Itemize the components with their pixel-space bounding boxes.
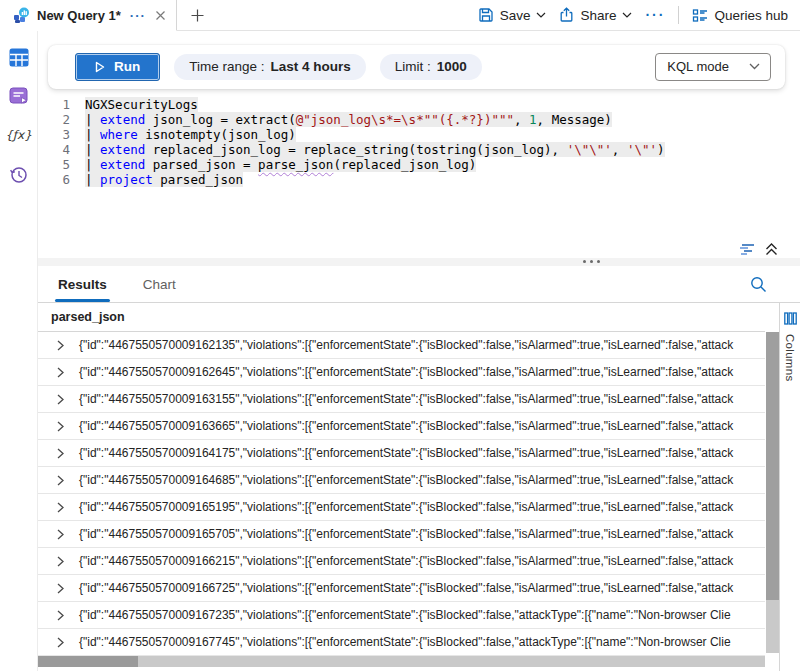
chevron-down-icon	[622, 12, 632, 18]
more-options-button[interactable]: ···	[645, 7, 665, 23]
row-json-text: {"id":"4467550570009165705","violations"…	[79, 527, 733, 541]
expand-chevron-icon[interactable]	[57, 448, 64, 459]
connections-table-icon[interactable]	[8, 46, 30, 68]
line-number: 6	[38, 172, 70, 187]
row-json-text: {"id":"4467550570009164685","violations"…	[79, 473, 733, 487]
tab-close-icon[interactable]	[155, 10, 166, 21]
tab-bar-actions: Save Share ···	[478, 0, 800, 30]
search-icon[interactable]	[750, 276, 767, 293]
expand-chevron-icon[interactable]	[57, 367, 64, 378]
row-json-text: {"id":"4467550570009162135","violations"…	[79, 338, 733, 352]
code-line: | extend parsed_json = parse_json(replac…	[85, 157, 790, 172]
expand-chevron-icon[interactable]	[57, 421, 64, 432]
table-row[interactable]: {"id":"4467550570009163665","violations"…	[38, 413, 765, 440]
line-number: 3	[38, 127, 70, 142]
row-json-text: {"id":"4467550570009167745","violations"…	[79, 635, 731, 649]
code-line: NGXSecurityLogs	[85, 97, 790, 112]
row-json-text: {"id":"4467550570009166215","violations"…	[79, 554, 733, 568]
row-json-text: {"id":"4467550570009164175","violations"…	[79, 446, 733, 460]
new-tab-button[interactable]	[177, 0, 218, 30]
columns-icon	[784, 312, 797, 325]
collapse-editor-icon[interactable]	[765, 242, 778, 256]
limit-pill[interactable]: Limit : 1000	[380, 54, 482, 80]
expand-chevron-icon[interactable]	[57, 394, 64, 405]
run-label: Run	[114, 59, 140, 74]
share-icon	[559, 7, 574, 23]
row-json-text: {"id":"4467550570009167235","violations"…	[79, 608, 731, 622]
table-row[interactable]: {"id":"4467550570009165705","violations"…	[38, 521, 765, 548]
vertical-scroll-thumb[interactable]	[766, 332, 779, 600]
results-horizontal-scrollbar[interactable]	[38, 656, 765, 667]
editor-gutter: 123456	[38, 97, 70, 187]
code-line: | extend replaced_json_log = replace_str…	[85, 142, 790, 157]
table-row[interactable]: {"id":"4467550570009164685","violations"…	[38, 467, 765, 494]
azure-data-explorer-window: New Query 1* ··· Save	[0, 0, 800, 671]
query-tab-bar: New Query 1* ··· Save	[0, 0, 800, 31]
splitter-handle-icon[interactable]	[583, 260, 600, 263]
line-number: 2	[38, 112, 70, 127]
editor-actions	[739, 242, 778, 256]
table-row[interactable]: {"id":"4467550570009164175","violations"…	[38, 440, 765, 467]
run-button[interactable]: Run	[75, 53, 160, 81]
table-row[interactable]: {"id":"4467550570009167745","violations"…	[38, 629, 765, 656]
columns-panel-toggle[interactable]: Columns	[779, 303, 800, 671]
expand-chevron-icon[interactable]	[57, 502, 64, 513]
time-range-value: Last 4 hours	[271, 59, 351, 74]
queries-hub-icon	[692, 8, 708, 23]
row-json-text: {"id":"4467550570009163155","violations"…	[79, 392, 733, 406]
query-summary-icon[interactable]	[739, 243, 756, 256]
panel-splitter[interactable]	[38, 258, 800, 266]
table-row[interactable]: {"id":"4467550570009166215","violations"…	[38, 548, 765, 575]
queries-hub-label: Queries hub	[714, 8, 788, 23]
time-range-label: Time range :	[189, 59, 264, 74]
adx-query-icon	[13, 7, 30, 24]
row-json-text: {"id":"4467550570009166725","violations"…	[79, 581, 733, 595]
code-line: | extend json_log = extract(@"json_log\s…	[85, 112, 790, 127]
queries-hub-button[interactable]: Queries hub	[692, 8, 788, 23]
line-number: 5	[38, 157, 70, 172]
expand-chevron-icon[interactable]	[57, 340, 64, 351]
query-editor[interactable]: 123456 NGXSecurityLogs| extend json_log …	[38, 97, 790, 242]
expand-chevron-icon[interactable]	[57, 529, 64, 540]
row-json-text: {"id":"4467550570009162645","violations"…	[79, 365, 733, 379]
query-document-icon[interactable]	[8, 85, 30, 107]
row-json-text: {"id":"4467550570009163665","violations"…	[79, 419, 733, 433]
code-line: | where isnotempty(json_log)	[85, 127, 790, 142]
history-icon[interactable]	[8, 163, 30, 185]
code-line: | project parsed_json	[85, 172, 790, 187]
limit-value: 1000	[437, 59, 467, 74]
table-row[interactable]: {"id":"4467550570009162645","violations"…	[38, 359, 765, 386]
tab-title: New Query 1*	[37, 8, 121, 23]
save-button[interactable]: Save	[478, 7, 547, 23]
table-row[interactable]: {"id":"4467550570009166725","violations"…	[38, 575, 765, 602]
horizontal-scroll-thumb[interactable]	[38, 656, 138, 667]
expand-chevron-icon[interactable]	[57, 556, 64, 567]
functions-icon[interactable]: {ƒx}	[8, 124, 30, 146]
limit-label: Limit :	[395, 59, 431, 74]
column-header-parsed-json[interactable]: parsed_json	[38, 303, 765, 332]
line-number: 4	[38, 142, 70, 157]
editor-code: NGXSecurityLogs| extend json_log = extra…	[85, 97, 790, 187]
tab-more-icon[interactable]: ···	[128, 9, 148, 22]
share-button[interactable]: Share	[559, 7, 632, 23]
table-row[interactable]: {"id":"4467550570009162135","violations"…	[38, 332, 765, 359]
results-vertical-scrollbar[interactable]	[766, 332, 779, 653]
table-row[interactable]: {"id":"4467550570009167235","violations"…	[38, 602, 765, 629]
save-label: Save	[500, 8, 531, 23]
row-json-text: {"id":"4467550570009165195","violations"…	[79, 500, 733, 514]
query-mode-select[interactable]: KQL mode	[655, 53, 771, 81]
expand-chevron-icon[interactable]	[57, 637, 64, 648]
expand-chevron-icon[interactable]	[57, 475, 64, 486]
expand-chevron-icon[interactable]	[57, 610, 64, 621]
columns-panel-label: Columns	[784, 334, 796, 381]
table-row[interactable]: {"id":"4467550570009163155","violations"…	[38, 386, 765, 413]
expand-chevron-icon[interactable]	[57, 583, 64, 594]
chevron-down-icon	[749, 63, 760, 70]
save-icon	[478, 7, 494, 23]
tab-new-query-1[interactable]: New Query 1* ···	[0, 0, 177, 31]
table-row[interactable]: {"id":"4467550570009165195","violations"…	[38, 494, 765, 521]
tab-chart[interactable]: Chart	[140, 269, 179, 302]
divider	[678, 6, 679, 24]
time-range-pill[interactable]: Time range : Last 4 hours	[174, 54, 366, 80]
tab-results[interactable]: Results	[55, 269, 110, 302]
